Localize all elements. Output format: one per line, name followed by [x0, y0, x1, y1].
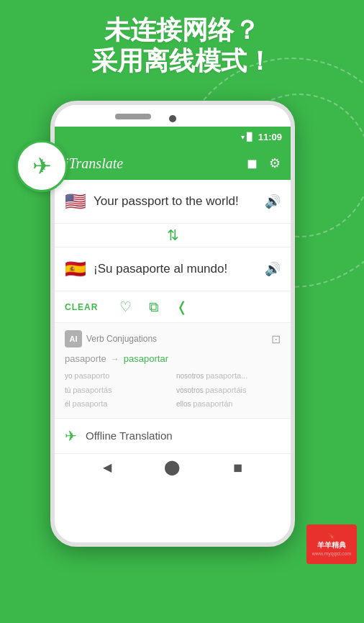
airplane-badge: ✈	[16, 140, 68, 192]
save-icon[interactable]: ◼	[247, 155, 258, 171]
source-flag: 🇺🇸	[65, 191, 86, 212]
offline-bar: ✈ Offline Translation	[55, 418, 291, 453]
phone-nav: ◀ ⬤ ◼	[55, 453, 291, 481]
phone-mockup: ▾ ▉ 11:09 iTranslate ◼ ⚙ 🇺🇸 Your passpor…	[50, 101, 295, 547]
status-bar: ▾ ▉ 11:09	[55, 127, 291, 147]
swap-icon[interactable]: ⇅	[167, 227, 179, 244]
action-icons: ♡ ⧉ ❬	[119, 299, 188, 315]
conj-header: AI Verb Conjugations ⊡	[65, 330, 281, 347]
watermark-icon: 🔖	[328, 532, 335, 540]
source-sound-icon[interactable]: 🔊	[265, 194, 281, 209]
conj-cell-tu: tú pasaportás	[65, 384, 169, 397]
target-lang-row[interactable]: 🇪🇸 ¡Su pasaporte al mundo! 🔊	[55, 247, 291, 291]
swap-row[interactable]: ⇅	[55, 223, 291, 247]
target-flag: 🇪🇸	[65, 259, 86, 279]
share-button[interactable]: ❬	[176, 299, 188, 315]
nav-home[interactable]: ⬤	[164, 458, 180, 476]
app-bar-icons: ◼ ⚙	[247, 155, 281, 171]
watermark-badge: 🔖 羊羊精典 www.myqqid.com	[306, 524, 357, 564]
clear-button[interactable]: CLEAR	[65, 302, 98, 312]
conj-cell-el: él pasaporta	[65, 398, 169, 411]
phone-camera	[169, 115, 176, 122]
watermark-url: www.myqqid.com	[312, 551, 351, 556]
conj-title: Verb Conjugations	[86, 334, 157, 344]
target-text: ¡Su pasaporte al mundo!	[94, 262, 258, 276]
nav-recent[interactable]: ◼	[233, 460, 242, 474]
battery-icon: ▉	[247, 132, 252, 142]
conj-target-word: pasaportar	[124, 353, 168, 364]
conj-cell-nosotros: nosotros pasaporta...	[176, 370, 281, 383]
copy-button[interactable]: ⧉	[149, 299, 159, 315]
main-heading: 未连接网络？ 采用离线模式！	[0, 14, 364, 76]
heading-line1: 未连接网络？	[0, 14, 364, 45]
source-text: Your passport to the world!	[94, 194, 258, 209]
status-icons: ▾ ▉	[241, 132, 252, 142]
conj-cell-vosotros: vosotros pasaportáis	[176, 384, 281, 397]
offline-plane-icon: ✈	[65, 427, 77, 445]
nav-back[interactable]: ◀	[103, 460, 112, 474]
settings-icon[interactable]: ⚙	[269, 155, 281, 171]
phone-speaker	[115, 114, 151, 119]
source-lang-row[interactable]: 🇺🇸 Your passport to the world! 🔊	[55, 180, 291, 223]
like-button[interactable]: ♡	[119, 299, 132, 315]
heading-line2: 采用离线模式！	[0, 45, 364, 76]
expand-icon[interactable]: ⊡	[271, 332, 281, 346]
conj-cell-yo: yo pasaporto	[65, 370, 169, 383]
watermark-text: 羊羊精典	[317, 540, 346, 550]
target-sound-icon[interactable]: 🔊	[265, 261, 281, 277]
app-title: iTranslate	[65, 155, 123, 172]
app-bar: iTranslate ◼ ⚙	[55, 147, 291, 180]
action-bar: CLEAR ♡ ⧉ ❬	[55, 291, 291, 322]
ai-icon: AI	[65, 330, 82, 347]
conj-source-word: pasaporte	[65, 353, 106, 364]
phone-container: ▾ ▉ 11:09 iTranslate ◼ ⚙ 🇺🇸 Your passpor…	[50, 101, 350, 565]
conjugation-section: AI Verb Conjugations ⊡ pasaporte → pasap…	[55, 322, 291, 418]
offline-text: Offline Translation	[86, 429, 173, 442]
airplane-icon: ✈	[32, 153, 52, 180]
conj-arrow: →	[111, 354, 119, 364]
conj-table: yo pasaporto nosotros pasaporta... tú pa…	[65, 370, 281, 411]
conj-cell-ellos: ellos pasaportán	[176, 398, 281, 411]
conj-word-row: pasaporte → pasaportar	[65, 353, 281, 364]
signal-icon: ▾	[241, 133, 245, 141]
clock: 11:09	[258, 132, 282, 142]
